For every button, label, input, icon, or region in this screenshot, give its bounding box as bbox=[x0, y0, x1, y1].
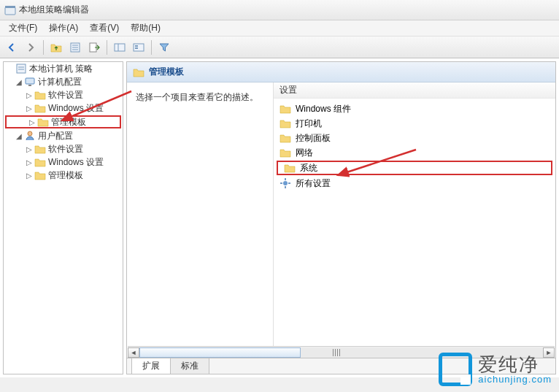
tree-cc-software[interactable]: ▷ 软件设置 bbox=[4, 88, 123, 101]
nav-forward-button[interactable] bbox=[22, 39, 39, 56]
svg-rect-10 bbox=[135, 45, 138, 47]
folder-icon bbox=[34, 169, 46, 181]
toolbar-separator bbox=[43, 40, 44, 55]
list-item-label: Windows 组件 bbox=[296, 103, 351, 115]
tree-cc-admin-templates[interactable]: ▷ 管理模板 bbox=[5, 115, 121, 128]
svg-rect-11 bbox=[135, 47, 138, 49]
folder-icon bbox=[133, 66, 144, 78]
collapse-icon[interactable]: ◢ bbox=[14, 132, 24, 140]
tree-uc-admin-templates[interactable]: ▷ 管理模板 bbox=[4, 169, 123, 182]
toolbar-separator bbox=[107, 40, 107, 55]
list-item-label: 网络 bbox=[296, 147, 313, 159]
svg-rect-0 bbox=[5, 7, 15, 15]
scroll-left-button[interactable]: ◄ bbox=[128, 347, 139, 358]
scroll-grip-icon bbox=[333, 349, 342, 356]
svg-rect-16 bbox=[28, 85, 31, 86]
svg-point-18 bbox=[283, 181, 288, 185]
expand-icon[interactable]: ▷ bbox=[24, 172, 34, 180]
svg-rect-15 bbox=[26, 78, 34, 84]
folder-icon bbox=[37, 116, 49, 128]
menubar: 文件(F) 操作(A) 查看(V) 帮助(H) bbox=[0, 20, 559, 36]
list-item-printers[interactable]: 打印机 bbox=[274, 116, 555, 131]
expand-icon[interactable]: ▷ bbox=[24, 145, 34, 153]
list-item-control-panel[interactable]: 控制面板 bbox=[274, 131, 555, 145]
app-icon bbox=[4, 4, 16, 16]
tree-uc-windows[interactable]: ▷ Windows 设置 bbox=[4, 155, 123, 169]
watermark: 爱纯净 aichunjing.com bbox=[439, 353, 552, 386]
tab-extended[interactable]: 扩展 bbox=[131, 358, 171, 374]
details-title: 管理模板 bbox=[149, 66, 184, 78]
window-titlebar: 本地组策略编辑器 bbox=[0, 0, 559, 20]
tree-uc-software[interactable]: ▷ 软件设置 bbox=[4, 142, 123, 155]
watermark-brand: 爱纯净 bbox=[478, 355, 552, 374]
tree-root[interactable]: 本地计算机 策略 bbox=[4, 62, 123, 75]
menu-action[interactable]: 操作(A) bbox=[43, 20, 84, 36]
tree-panel[interactable]: 本地计算机 策略 ◢ 计算机配置 ▷ 软件设置 ▷ Windows 设置 ▷ 管… bbox=[3, 61, 123, 374]
folder-icon bbox=[280, 103, 291, 115]
folder-icon bbox=[34, 156, 46, 168]
up-one-level-button[interactable] bbox=[47, 39, 65, 56]
column-header-setting[interactable]: 设置 bbox=[274, 82, 555, 99]
folder-icon bbox=[280, 147, 291, 158]
details-panel: 管理模板 选择一个项目来查看它的描述。 设置 Windows 组件 打印机 bbox=[126, 61, 556, 374]
scroll-thumb[interactable] bbox=[139, 347, 301, 358]
list-item-system[interactable]: 系统 bbox=[277, 161, 552, 175]
folder-icon bbox=[280, 132, 291, 144]
folder-icon bbox=[280, 118, 291, 129]
svg-rect-7 bbox=[115, 44, 125, 51]
settings-icon bbox=[280, 177, 291, 189]
folder-icon bbox=[34, 89, 46, 101]
tree-label: 管理模板 bbox=[51, 116, 86, 128]
refresh-button[interactable] bbox=[130, 39, 147, 56]
menu-help[interactable]: 帮助(H) bbox=[125, 20, 166, 36]
settings-list-column: 设置 Windows 组件 打印机 控制面板 bbox=[273, 82, 555, 358]
description-prompt: 选择一个项目来查看它的描述。 bbox=[136, 91, 264, 104]
collapse-icon[interactable]: ◢ bbox=[14, 78, 24, 86]
folder-icon bbox=[34, 102, 46, 114]
tree-computer-config[interactable]: ◢ 计算机配置 bbox=[4, 75, 123, 88]
list-item-network[interactable]: 网络 bbox=[274, 145, 555, 160]
svg-rect-1 bbox=[5, 6, 15, 8]
details-header: 管理模板 bbox=[127, 62, 555, 82]
tree-label: 软件设置 bbox=[48, 143, 83, 155]
tree-label: 用户配置 bbox=[38, 130, 73, 142]
toolbar-separator bbox=[151, 40, 152, 55]
policy-icon bbox=[15, 63, 27, 74]
show-hide-tree-button[interactable] bbox=[111, 39, 128, 56]
svg-point-17 bbox=[28, 131, 32, 136]
tree-label: 本地计算机 策略 bbox=[29, 63, 93, 75]
tree-label: 软件设置 bbox=[48, 89, 83, 101]
menu-view[interactable]: 查看(V) bbox=[84, 20, 125, 36]
toolbar bbox=[0, 36, 559, 58]
watermark-logo-icon bbox=[439, 353, 472, 386]
list-item-label: 所有设置 bbox=[296, 177, 331, 190]
folder-icon bbox=[34, 143, 46, 155]
settings-list: Windows 组件 打印机 控制面板 网络 bbox=[274, 99, 555, 193]
menu-file[interactable]: 文件(F) bbox=[3, 20, 43, 36]
details-body: 选择一个项目来查看它的描述。 设置 Windows 组件 打印机 控制面板 bbox=[127, 82, 555, 358]
computer-icon bbox=[24, 76, 36, 88]
nav-back-button[interactable] bbox=[3, 39, 20, 56]
tree-label: 管理模板 bbox=[48, 169, 83, 182]
tab-standard[interactable]: 标准 bbox=[170, 358, 209, 374]
list-item-label: 系统 bbox=[300, 162, 317, 174]
description-column: 选择一个项目来查看它的描述。 bbox=[127, 82, 273, 358]
list-item-all-settings[interactable]: 所有设置 bbox=[274, 176, 555, 191]
tree-label: 计算机配置 bbox=[38, 76, 82, 88]
list-item-windows-components[interactable]: Windows 组件 bbox=[274, 101, 555, 116]
expand-icon[interactable]: ▷ bbox=[24, 104, 34, 112]
properties-button[interactable] bbox=[66, 39, 84, 56]
svg-rect-12 bbox=[17, 64, 26, 73]
tree-label: Windows 设置 bbox=[48, 102, 104, 115]
export-list-button[interactable] bbox=[85, 39, 103, 56]
user-icon bbox=[24, 130, 36, 142]
tree-cc-windows[interactable]: ▷ Windows 设置 bbox=[4, 101, 123, 115]
window-title: 本地组策略编辑器 bbox=[19, 4, 89, 16]
expand-icon[interactable]: ▷ bbox=[27, 118, 37, 126]
list-item-label: 打印机 bbox=[296, 118, 322, 130]
tree-user-config[interactable]: ◢ 用户配置 bbox=[4, 129, 123, 142]
expand-icon[interactable]: ▷ bbox=[24, 158, 34, 166]
expand-icon[interactable]: ▷ bbox=[24, 91, 34, 99]
filter-button[interactable] bbox=[155, 39, 173, 56]
tree-label: Windows 设置 bbox=[48, 156, 104, 169]
